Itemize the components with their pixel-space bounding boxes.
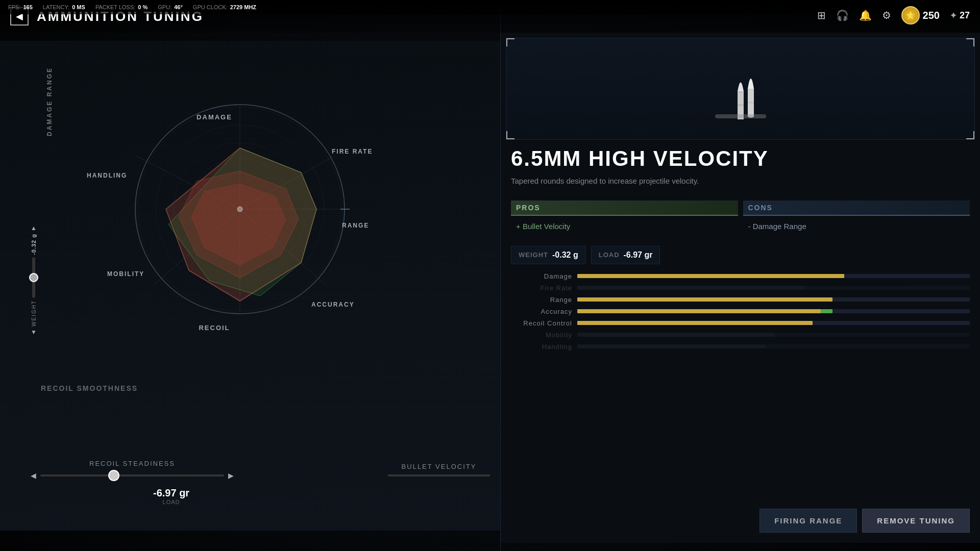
stat-row: Handling [511, 343, 970, 350]
load-value: -6.97 gr [153, 487, 189, 499]
stat-bar-bg [577, 274, 970, 278]
stat-name: Fire Rate [511, 284, 572, 292]
cons-item-0: - Damage Range [743, 220, 970, 233]
stat-name: Mobility [511, 331, 572, 339]
stat-bar-bg [577, 344, 970, 348]
stat-bar-fill [577, 274, 844, 278]
gpu-clock-display: GPU CLOCK: 2729 MHZ [193, 4, 256, 10]
stat-name: Handling [511, 343, 572, 350]
stat-bar-fill [577, 344, 766, 348]
fps-display: FPS: 165 [8, 4, 33, 10]
stat-name: Damage [511, 272, 572, 280]
weight-up-arrow[interactable]: ▲ [31, 224, 37, 232]
gpu-clock-value: 2729 MHZ [230, 4, 256, 10]
weight-track[interactable] [32, 257, 35, 298]
currency-display: ⭐ 250 [901, 6, 940, 24]
points-amount: 27 [960, 10, 970, 21]
latency-value: 0 MS [72, 4, 85, 10]
item-name: 6.5MM HIGH VELOCITY [501, 140, 980, 171]
bullet-velocity-track[interactable] [388, 474, 490, 477]
load-chip: LOAD -6.97 gr [591, 246, 660, 264]
stat-bar-extra [821, 309, 832, 313]
svg-rect-29 [715, 114, 766, 118]
stats-bars: DamageFire RateRangeAccuracyRecoil Contr… [501, 272, 980, 350]
recoil-thumb[interactable] [108, 470, 119, 481]
latency-display: LATENCY: 0 MS [43, 4, 85, 10]
remove-tuning-button[interactable]: REMOVE TUNING [862, 509, 970, 533]
weight-thumb[interactable] [29, 273, 38, 282]
latency-label: LATENCY: [43, 4, 69, 10]
stat-name: Range [511, 296, 572, 304]
radar-label-accuracy: ACCURACY [311, 301, 355, 408]
recoil-left-arrow[interactable]: ◀ [31, 471, 36, 480]
recoil-track[interactable] [40, 474, 224, 477]
recoil-smoothness-label: RECOIL SMOOTHNESS [41, 384, 138, 393]
radar-label-fire-rate: FIRE RATE [332, 148, 398, 155]
radar-label-range: RANGE [342, 222, 403, 229]
radar-label-handling: HANDLING [87, 172, 127, 179]
weight-chip-label: WEIGHT [519, 251, 548, 259]
weight-label: WEIGHT [31, 300, 37, 327]
points-display: ✦ 27 [950, 10, 970, 21]
stat-bar-bg [577, 297, 970, 302]
recoil-right-arrow[interactable]: ▶ [228, 471, 234, 480]
currency-amount: 250 [923, 10, 940, 21]
nav-icons: ⊞ 🎧 🔔 ⚙ ⭐ 250 ✦ 27 [817, 6, 970, 24]
load-display: -6.97 gr LOAD [153, 487, 189, 505]
panel-divider [500, 0, 501, 551]
firing-range-button[interactable]: FIRING RANGE [760, 509, 857, 533]
stat-bar-fill [577, 321, 813, 325]
weight-down-arrow[interactable]: ▼ [31, 329, 37, 336]
gpu-label: GPU: [158, 4, 172, 10]
recoil-steadiness-control: RECOIL STEADINESS ◀ ▶ [31, 460, 234, 480]
fps-label: FPS: [8, 4, 20, 10]
points-icon: ✦ [950, 11, 957, 20]
bullet-image [700, 58, 781, 119]
pros-header: PROS [511, 201, 738, 216]
stat-bar-fill [577, 297, 832, 302]
recoil-steadiness-label: RECOIL STEADINESS [89, 460, 175, 467]
stat-name: Accuracy [511, 308, 572, 315]
weight-load-display: WEIGHT -0.32 g LOAD -6.97 gr [501, 238, 980, 272]
gpu-display: GPU: 46° [158, 4, 183, 10]
stat-row: Range [511, 296, 970, 304]
radar-label-recoil: RECOIL [199, 324, 230, 388]
bullet-velocity-label: BULLET VELOCITY [402, 463, 477, 470]
settings-icon[interactable]: ⚙ [882, 9, 891, 21]
weight-display: -0.32 g [31, 234, 37, 255]
radar-chart [61, 82, 419, 337]
svg-rect-24 [738, 104, 744, 106]
gpu-clock-label: GPU CLOCK: [193, 4, 228, 10]
fps-value: 165 [23, 4, 32, 10]
bullet-velocity-control: BULLET VELOCITY [388, 463, 490, 477]
cons-header: CONS [743, 201, 970, 216]
bottom-buttons: FIRING RANGE REMOVE TUNING [760, 509, 970, 533]
item-preview [506, 38, 975, 140]
currency-icon: ⭐ [901, 6, 920, 24]
svg-point-19 [237, 207, 242, 212]
recoil-steadiness-slider: ◀ ▶ [31, 471, 234, 480]
corner-tl [506, 38, 514, 46]
bell-icon[interactable]: 🔔 [859, 9, 872, 21]
corner-bl [506, 131, 514, 139]
stat-row: Accuracy [511, 308, 970, 315]
radar-label-damage: DAMAGE [197, 113, 232, 121]
stat-row: Recoil Control [511, 319, 970, 327]
corner-tr [966, 38, 974, 46]
stat-row: Mobility [511, 331, 970, 339]
stat-bar-fill [577, 333, 774, 337]
stat-row: Damage [511, 272, 970, 280]
stat-row: Fire Rate [511, 284, 970, 292]
tuning-sliders: RECOIL STEADINESS ◀ ▶ BULLET VELOCITY [31, 460, 490, 480]
headphones-icon[interactable]: 🎧 [836, 9, 849, 21]
main-left-panel: DAMAGE RANGE ▲ -0.32 g WEIGHT ▼ [0, 41, 500, 531]
corner-br [966, 131, 974, 139]
packet-loss-value: 0 % [138, 4, 148, 10]
svg-rect-28 [748, 102, 754, 104]
stat-bar-fill [577, 286, 805, 290]
load-sublabel: LOAD [153, 499, 189, 505]
cons-box: CONS - Damage Range [743, 201, 970, 233]
weight-chip: WEIGHT -0.32 g [511, 246, 586, 264]
stat-bar-bg [577, 286, 970, 290]
grid-icon[interactable]: ⊞ [817, 9, 826, 21]
